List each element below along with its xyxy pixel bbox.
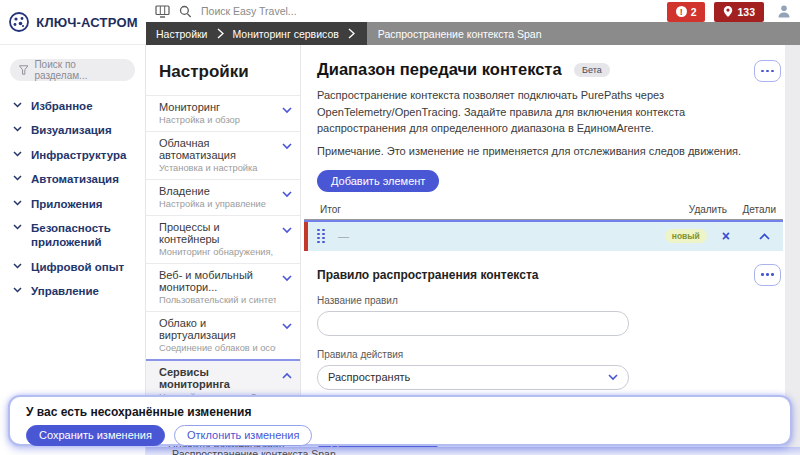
chevron-down-icon: [13, 263, 22, 269]
search-icon[interactable]: [179, 5, 192, 18]
settings-section-processes-containers[interactable]: Процессы и контейнеры Мониторинг обнаруж…: [146, 215, 300, 263]
save-changes-button[interactable]: Сохранить изменения: [26, 425, 165, 446]
column-delete: Удалить: [689, 204, 727, 215]
status-badge-new: новый: [665, 229, 707, 243]
rule-name-label: Название правил: [317, 295, 781, 306]
sidebar-item-digital-experience[interactable]: Цифровой опыт: [0, 255, 145, 279]
problems-count: 2: [691, 6, 697, 18]
row-summary-value: —: [338, 230, 349, 242]
sidebar-item-applications[interactable]: Приложения: [0, 192, 145, 216]
breadcrumb-item-service-monitoring[interactable]: Мониторинг сервисов: [233, 28, 339, 40]
breadcrumb-item-current: Распространение контекста Span: [367, 28, 542, 40]
settings-subitem-span-context-selected[interactable]: Распространение контекста Span: [146, 447, 800, 455]
funnel-icon: [19, 65, 28, 75]
chevron-down-icon: [13, 175, 22, 181]
person-icon[interactable]: [777, 4, 791, 18]
unsaved-changes-message: У вас есть несохранённые изменения: [26, 405, 774, 419]
sidebar-item-app-security[interactable]: Безопасность приложений: [0, 216, 145, 255]
settings-section-web-mobile-monitoring[interactable]: Веб- и мобильный монитори... Пользовател…: [146, 263, 300, 311]
column-details: Детали: [743, 204, 776, 215]
main-sidebar: Поиск по разделам... Избранное Визуализа…: [0, 45, 146, 455]
sidebar-item-visualization[interactable]: Визуализация: [0, 118, 145, 142]
sidebar-item-favorites[interactable]: Избранное: [0, 94, 145, 118]
row-error-marker: [304, 222, 308, 251]
breadcrumb: Настройки Мониторинг сервисов Распростра…: [146, 22, 800, 45]
globe-network-icon: [8, 11, 30, 33]
delete-row-button[interactable]: ×: [722, 229, 730, 243]
locations-count: 133: [737, 6, 755, 18]
page-more-options-button[interactable]: [754, 60, 781, 82]
beta-badge: Бета: [574, 63, 610, 77]
drag-handle-icon[interactable]: [317, 229, 325, 244]
row-actions: новый ×: [665, 222, 783, 251]
chevron-down-icon: [13, 126, 22, 132]
add-element-button[interactable]: Добавить элемент: [317, 170, 439, 192]
app-window: КЛЮЧ-АСТРОМ Поиск Easy Travel... ! 2: [0, 0, 800, 455]
chevron-down-icon: [608, 374, 618, 381]
unsaved-changes-bar: У вас есть несохранённые изменения Сохра…: [8, 395, 792, 446]
sidebar-item-infrastructure[interactable]: Инфраструктура: [0, 143, 145, 167]
global-search-input[interactable]: Поиск Easy Travel...: [201, 5, 297, 17]
chevron-down-icon: [13, 200, 22, 206]
chevron-down-icon: [282, 107, 292, 114]
chevron-right-icon: [217, 28, 224, 39]
ellipsis-icon: [761, 273, 764, 276]
sidebar-nav: Избранное Визуализация Инфраструктура Ав…: [0, 94, 145, 303]
chevron-down-icon: [13, 224, 22, 230]
settings-section-ownership[interactable]: Владение Настройка и управление: [146, 179, 300, 215]
column-summary: Итог: [320, 204, 341, 215]
sidebar-item-automation[interactable]: Автоматизация: [0, 167, 145, 191]
utility-bar: Поиск Easy Travel... ! 2 133: [146, 0, 800, 22]
chevron-down-icon: [13, 102, 22, 108]
rules-table: Итог Удалить Детали — новый ×: [304, 203, 783, 251]
ellipsis-icon: [761, 70, 764, 73]
rule-action-value: Распространять: [328, 371, 410, 383]
rule-name-input[interactable]: [317, 311, 629, 336]
chevron-down-icon: [282, 191, 292, 198]
settings-menu-panel: Настройки Мониторинг Настройка и обзор О…: [146, 45, 301, 455]
brand-logo[interactable]: КЛЮЧ-АСТРОМ: [0, 0, 146, 45]
table-header: Итог Удалить Детали: [304, 203, 783, 220]
sidebar-search-placeholder: Поиск по разделам...: [34, 59, 126, 81]
top-bar: КЛЮЧ-АСТРОМ Поиск Easy Travel... ! 2: [0, 0, 800, 45]
page-header: Диапазон передачи контекста Бета: [317, 60, 781, 79]
monitor-grid-icon[interactable]: [155, 5, 170, 18]
problems-badge[interactable]: ! 2: [667, 2, 706, 22]
chevron-right-icon: [348, 28, 355, 39]
locations-badge[interactable]: 133: [714, 2, 764, 22]
settings-section-cloud-automation[interactable]: Облачная автоматизация Установка и настр…: [146, 131, 300, 179]
rule-form-title: Правило распространения контекста: [317, 268, 781, 282]
chevron-down-icon: [282, 143, 292, 150]
brand-name: КЛЮЧ-АСТРОМ: [36, 15, 137, 30]
exclamation-circle-icon: !: [676, 6, 687, 17]
chevron-down-icon: [13, 151, 22, 157]
scroll-gutter[interactable]: [785, 45, 800, 455]
chevron-down-icon: [282, 275, 292, 282]
rule-action-select[interactable]: Распространять: [317, 365, 629, 390]
collapse-row-chevron-up-icon[interactable]: [759, 233, 770, 240]
chevron-down-icon: [282, 323, 292, 330]
breadcrumb-item-settings[interactable]: Настройки: [156, 28, 208, 40]
settings-panel-title: Настройки: [146, 45, 300, 95]
rule-more-options-button[interactable]: [754, 264, 781, 286]
settings-section-monitoring[interactable]: Мониторинг Настройка и обзор: [146, 95, 300, 131]
sidebar-search-input[interactable]: Поиск по разделам...: [10, 59, 135, 81]
page-title: Диапазон передачи контекста: [317, 60, 562, 78]
page-note: Примечание. Это изменение не применяется…: [317, 145, 785, 157]
chevron-down-icon: [13, 287, 22, 293]
main-content: Диапазон передачи контекста Бета Распрос…: [301, 45, 785, 455]
breadcrumb-dark-group: Настройки Мониторинг сервисов: [146, 22, 367, 45]
chevron-down-icon: [282, 227, 292, 234]
sidebar-item-management[interactable]: Управление: [0, 279, 145, 303]
chevron-up-icon: [282, 372, 292, 379]
settings-section-cloud-virtualization[interactable]: Облако и виртуализация Соединение облако…: [146, 311, 300, 359]
discard-changes-button[interactable]: Отклонить изменения: [174, 425, 312, 446]
rule-action-label: Правила действия: [317, 349, 781, 360]
table-row[interactable]: — новый ×: [304, 220, 783, 251]
page-description: Распространение контекста позволяет подк…: [317, 87, 759, 137]
location-pin-icon: [723, 5, 733, 18]
